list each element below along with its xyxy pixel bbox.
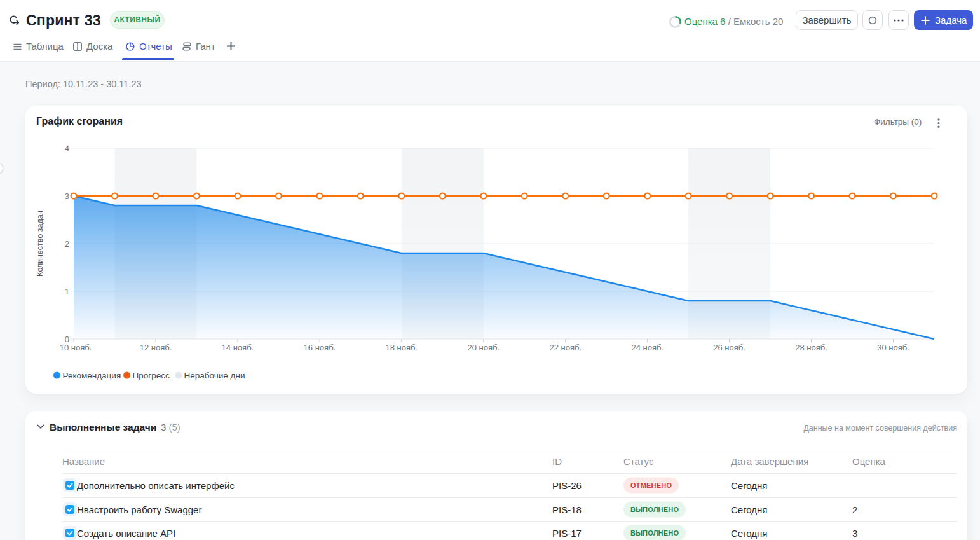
svg-text:28 нояб.: 28 нояб. [795,343,827,352]
svg-text:Нерабочие дни: Нерабочие дни [184,371,245,380]
svg-text:24 нояб.: 24 нояб. [631,343,664,352]
svg-text:4: 4 [65,144,69,153]
svg-text:12 нояб.: 12 нояб. [140,343,172,352]
svg-text:Прогресс: Прогресс [133,371,170,380]
svg-text:10 нояб.: 10 нояб. [60,343,92,352]
svg-text:18 нояб.: 18 нояб. [386,343,418,352]
svg-text:14 нояб.: 14 нояб. [222,343,254,352]
svg-text:22 нояб.: 22 нояб. [549,343,582,352]
svg-text:3: 3 [65,191,69,201]
svg-text:2: 2 [65,239,69,249]
svg-text:20 нояб.: 20 нояб. [468,343,500,352]
svg-text:16 нояб.: 16 нояб. [304,343,336,352]
svg-text:Рекомендация: Рекомендация [63,371,121,380]
svg-text:26 нояб.: 26 нояб. [713,343,745,352]
svg-text:Количество задач: Количество задач [36,211,44,277]
svg-text:30 нояб.: 30 нояб. [877,343,909,352]
svg-text:1: 1 [65,287,69,296]
